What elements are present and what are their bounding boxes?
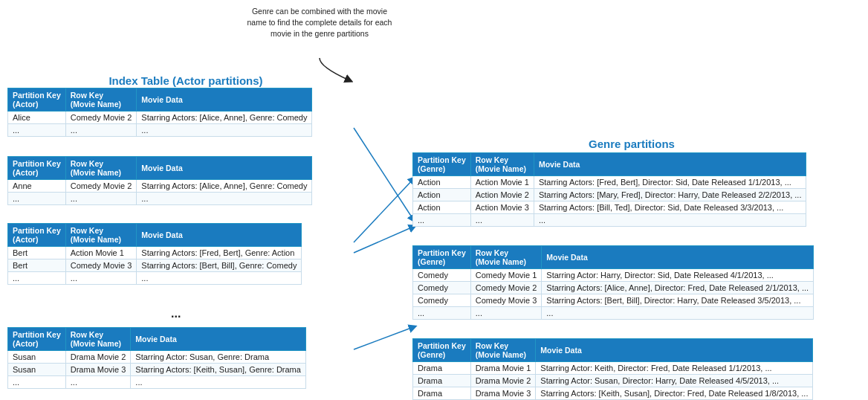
genre-drama-table: Partition Key(Genre) Row Key(Movie Name)…: [412, 338, 813, 400]
col-genre-partition: Partition Key(Genre): [413, 153, 471, 176]
genre-comedy-table: Partition Key(Genre) Row Key(Movie Name)…: [412, 245, 814, 320]
col-partition-key: Partition Key(Actor): [8, 328, 66, 351]
table-row: Drama Drama Movie 2 Starring Actor: Susa…: [413, 375, 813, 387]
table-row: Action Action Movie 1 Starring Actors: […: [413, 176, 806, 189]
svg-line-0: [354, 128, 413, 219]
table-row: ... ... ...: [413, 214, 806, 227]
col-genre-partition: Partition Key(Genre): [413, 246, 471, 269]
table-row: Susan Drama Movie 2 Starring Actor: Susa…: [8, 351, 306, 364]
table-row: Drama Drama Movie 1 Starring Actor: Keit…: [413, 362, 813, 375]
table-row: Bert Action Movie 1 Starring Actors: [Fr…: [8, 247, 302, 259]
col-movie-data: Movie Data: [137, 157, 312, 180]
col-partition-key: Partition Key(Actor): [8, 88, 66, 112]
col-genre-row: Row Key(Movie Name): [470, 246, 542, 269]
table-row: ... ... ...: [8, 193, 312, 205]
svg-line-1: [354, 179, 413, 242]
table-row: Susan Drama Movie 3 Starring Actors: [Ke…: [8, 364, 306, 376]
col-row-key: Row Key(Movie Name): [65, 88, 137, 112]
col-genre-row: Row Key(Movie Name): [470, 153, 534, 176]
col-genre-partition: Partition Key(Genre): [413, 339, 471, 362]
index-table-last: Partition Key(Actor) Row Key(Movie Name)…: [7, 327, 306, 389]
table-row: Action Action Movie 2 Starring Actors: […: [413, 189, 806, 201]
ellipsis-separator: ...: [171, 307, 181, 320]
annotation: Genre can be combined with the movie nam…: [245, 6, 394, 40]
table-row: Bert Comedy Movie 3 Starring Actors: [Be…: [8, 259, 302, 272]
index-table-1: Partition Key(Actor) Row Key(Movie Name)…: [7, 88, 312, 137]
diagram: Genre can be combined with the movie nam…: [0, 0, 868, 400]
col-movie-data: Movie Data: [131, 328, 306, 351]
table-row: Alice Comedy Movie 2 Starring Actors: [A…: [8, 112, 312, 124]
col-partition-key: Partition Key(Actor): [8, 224, 66, 247]
table-row: ... ... ...: [8, 124, 312, 137]
col-row-key: Row Key(Movie Name): [65, 328, 131, 351]
table-row: Comedy Comedy Movie 2 Starring Actors: […: [413, 282, 814, 294]
table-row: ... ... ...: [8, 376, 306, 389]
col-movie-data: Movie Data: [137, 224, 302, 247]
index-table-group-3: Partition Key(Actor) Row Key(Movie Name)…: [7, 223, 302, 285]
genre-table-action: Partition Key(Genre) Row Key(Movie Name)…: [412, 152, 806, 227]
col-genre-movie-data: Movie Data: [542, 246, 814, 269]
col-row-key: Row Key(Movie Name): [65, 224, 137, 247]
table-row: Comedy Comedy Movie 3 Starring Actors: […: [413, 294, 814, 307]
index-table-group-1: Partition Key(Actor) Row Key(Movie Name)…: [7, 88, 312, 137]
table-row: ... ... ...: [413, 307, 814, 320]
table-row: Anne Comedy Movie 2 Starring Actors: [Al…: [8, 180, 312, 193]
table-row: Drama Drama Movie 3 Starring Actors: [Ke…: [413, 387, 813, 400]
col-row-key: Row Key(Movie Name): [65, 157, 137, 180]
col-movie-data: Movie Data: [137, 88, 312, 112]
table-row: ... ... ...: [8, 272, 302, 285]
col-partition-key: Partition Key(Actor): [8, 157, 66, 180]
genre-table-comedy: Partition Key(Genre) Row Key(Movie Name)…: [412, 245, 814, 320]
index-table-2: Partition Key(Actor) Row Key(Movie Name)…: [7, 156, 312, 205]
table-row: Action Action Movie 3 Starring Actors: […: [413, 201, 806, 214]
svg-line-3: [354, 327, 413, 349]
genre-table-drama: Partition Key(Genre) Row Key(Movie Name)…: [412, 338, 813, 400]
col-genre-movie-data: Movie Data: [536, 339, 813, 362]
index-table-group-2: Partition Key(Actor) Row Key(Movie Name)…: [7, 156, 312, 205]
svg-line-2: [354, 227, 413, 253]
index-table-group-last: Partition Key(Actor) Row Key(Movie Name)…: [7, 327, 306, 389]
index-table-3: Partition Key(Actor) Row Key(Movie Name)…: [7, 223, 302, 285]
col-genre-row: Row Key(Movie Name): [470, 339, 536, 362]
genre-action-table: Partition Key(Genre) Row Key(Movie Name)…: [412, 152, 806, 227]
col-genre-movie-data: Movie Data: [534, 153, 806, 176]
table-row: Comedy Comedy Movie 1 Starring Actor: Ha…: [413, 269, 814, 282]
